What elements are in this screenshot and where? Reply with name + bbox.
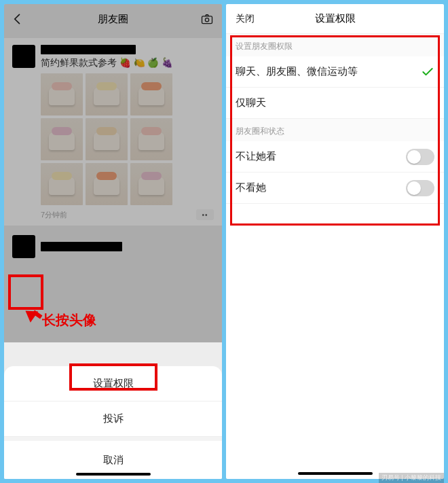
feed: 简约鲜果款式参考 🍓 🍋 🍏 🍇 (4, 34, 222, 268)
permission-option-chatonly[interactable]: 仅聊天 (226, 88, 444, 119)
sheet-report[interactable]: 投诉 (4, 401, 222, 437)
permission-option-full[interactable]: 聊天、朋友圈、微信运动等 (226, 56, 444, 88)
grid-image[interactable] (86, 163, 128, 205)
svg-rect-0 (202, 16, 212, 24)
toggle-switch[interactable] (406, 149, 434, 165)
avatar[interactable] (12, 45, 35, 68)
option-label: 聊天、朋友圈、微信运动等 (236, 65, 358, 78)
toggle-block-her[interactable]: 不让她看 (226, 141, 444, 173)
home-indicator (298, 472, 373, 475)
annotation-label: 长按头像 (42, 311, 96, 329)
moments-header: 朋友圈 (4, 4, 222, 34)
back-icon[interactable] (11, 12, 24, 26)
redacted-username (41, 45, 136, 54)
grid-image[interactable] (41, 163, 83, 205)
svg-point-1 (205, 18, 208, 22)
grid-image[interactable] (86, 73, 128, 115)
permission-header: 关闭 设置权限 (226, 4, 444, 34)
image-grid (41, 73, 214, 205)
action-sheet: 设置权限 投诉 取消 (4, 366, 222, 479)
grid-image[interactable] (130, 163, 172, 205)
post-caption: 简约鲜果款式参考 🍓 🍋 🍏 🍇 (41, 57, 214, 69)
feed-post (4, 230, 222, 264)
watermark: 刃易号 | 小黎黎的科技 (379, 473, 444, 483)
toggle-hide-her[interactable]: 不看她 (226, 173, 444, 204)
annotation-highlight-box (8, 274, 43, 310)
more-icon[interactable]: •• (196, 209, 214, 220)
avatar[interactable] (12, 235, 35, 258)
option-label: 仅聊天 (236, 96, 266, 109)
option-label: 不看她 (236, 181, 266, 194)
moments-screen: 朋友圈 简约鲜果款式参考 🍓 🍋 🍏 🍇 (4, 4, 222, 479)
grid-image[interactable] (86, 118, 128, 160)
section-header: 设置朋友圈权限 (226, 34, 444, 56)
post-time: 7分钟前 (41, 210, 67, 220)
home-indicator (76, 473, 151, 476)
page-title: 朋友圈 (98, 13, 128, 26)
grid-image[interactable] (41, 118, 83, 160)
permission-screen: 关闭 设置权限 设置朋友圈权限 聊天、朋友圈、微信运动等 仅聊天 朋友圈和状态 … (226, 4, 444, 479)
check-icon (421, 65, 434, 79)
option-label: 不让她看 (236, 150, 276, 163)
camera-icon[interactable] (200, 12, 214, 26)
redacted-username (41, 242, 122, 251)
section-header: 朋友圈和状态 (226, 119, 444, 141)
close-button[interactable]: 关闭 (236, 13, 255, 25)
toggle-switch[interactable] (406, 180, 434, 196)
page-title: 设置权限 (315, 12, 356, 25)
feed-post: 简约鲜果款式参考 🍓 🍋 🍏 🍇 (4, 38, 222, 226)
sheet-set-permission[interactable]: 设置权限 (4, 366, 222, 401)
grid-image[interactable] (41, 73, 83, 115)
grid-image[interactable] (130, 73, 172, 115)
grid-image[interactable] (130, 118, 172, 160)
